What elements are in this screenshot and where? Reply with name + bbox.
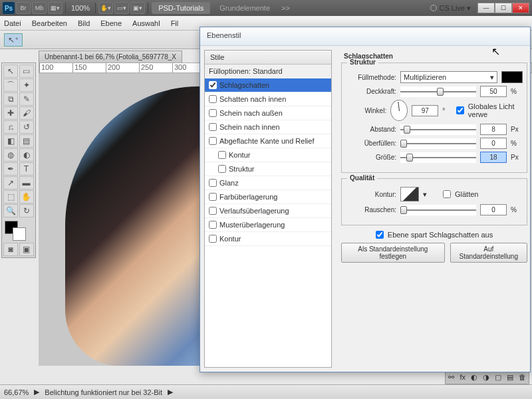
style-checkbox[interactable] — [209, 193, 217, 201]
eraser-tool-icon[interactable]: ◧ — [3, 134, 18, 148]
rotate-tool-icon[interactable]: ↻ — [19, 204, 34, 217]
style-checkbox[interactable] — [209, 235, 217, 243]
blur-tool-icon[interactable]: ◍ — [3, 148, 18, 162]
menu-item[interactable]: Ebene — [100, 19, 122, 27]
knockout-checkbox[interactable] — [376, 231, 384, 239]
blendmode-dropdown[interactable]: Multiplizieren▾ — [400, 71, 497, 83]
background-swatch[interactable] — [13, 227, 26, 241]
shape-tool-icon[interactable]: ▬ — [19, 176, 34, 190]
spread-field[interactable] — [480, 138, 507, 149]
stamp-tool-icon[interactable]: ⎌ — [3, 120, 18, 134]
move-tool-icon[interactable]: ↖ — [3, 65, 18, 78]
spread-slider[interactable] — [400, 138, 476, 149]
style-checkbox[interactable] — [209, 95, 217, 103]
status-zoom[interactable]: 66,67% — [4, 388, 29, 396]
shadow-color-swatch[interactable] — [501, 71, 523, 83]
style-list-item[interactable]: Kontur — [205, 148, 331, 162]
minibridge-icon[interactable]: Mb — [32, 2, 47, 14]
style-list-item[interactable]: Schein nach innen — [205, 120, 331, 134]
lasso-tool-icon[interactable]: ⌒ — [3, 78, 18, 92]
menu-item[interactable]: Fil — [171, 19, 179, 27]
workspace-tab[interactable]: PSD-Tutorials — [152, 2, 210, 14]
menu-item[interactable]: Datei — [4, 19, 21, 27]
style-checkbox[interactable] — [209, 123, 217, 131]
marquee-tool-icon[interactable]: ▭ — [19, 65, 34, 78]
style-list-item[interactable]: Schatten nach innen — [205, 92, 331, 106]
style-list-item[interactable]: Kontur — [205, 232, 331, 246]
style-checkbox[interactable] — [209, 221, 217, 229]
angle-field[interactable] — [412, 105, 438, 116]
style-list-item[interactable]: Verlaufsüberlagerung — [205, 204, 331, 218]
make-default-button[interactable]: Als Standardeinstellung festlegen — [341, 243, 445, 263]
screenmode-icon[interactable]: ▣▾ — [130, 2, 145, 14]
adjustment-icon[interactable]: ◑ — [483, 373, 489, 382]
menu-item[interactable]: Bearbeiten — [32, 19, 67, 27]
wand-tool-icon[interactable]: ✦ — [19, 78, 34, 92]
viewmode-icon[interactable]: ▦▾ — [48, 2, 63, 14]
size-field[interactable] — [480, 152, 507, 163]
eyedropper-tool-icon[interactable]: ✎ — [19, 92, 34, 106]
style-checkbox[interactable] — [209, 81, 217, 89]
noise-slider[interactable] — [400, 205, 476, 215]
hand-tool-icon[interactable]: ✋ — [19, 190, 34, 203]
type-tool-icon[interactable]: T — [19, 162, 34, 176]
history-brush-icon[interactable]: ↺ — [19, 120, 34, 134]
zoom-tool-icon[interactable]: 🔍 — [3, 204, 18, 217]
maximize-button[interactable]: ☐ — [495, 3, 512, 13]
style-checkbox[interactable] — [209, 207, 217, 215]
cs-live[interactable]: CS Live ▾ — [430, 4, 471, 13]
new-layer-icon[interactable]: ▤ — [507, 373, 513, 382]
chevron-down-icon[interactable]: ▾ — [423, 190, 427, 199]
style-list-item[interactable]: Glanz — [205, 176, 331, 190]
style-checkbox[interactable] — [209, 137, 217, 145]
bridge-icon[interactable]: Br — [16, 2, 31, 14]
size-slider[interactable] — [400, 152, 476, 163]
noise-field[interactable] — [480, 204, 507, 215]
move-tool-icon[interactable]: ↖⁺ — [4, 33, 23, 47]
style-list-item[interactable]: Struktur — [205, 162, 331, 176]
style-checkbox[interactable] — [209, 179, 217, 187]
hand-icon[interactable]: ✋▾ — [98, 2, 113, 14]
style-list-header[interactable]: Stile — [205, 51, 331, 65]
zoom-value[interactable]: 100% — [71, 4, 90, 12]
mask-icon[interactable]: ◐ — [471, 373, 477, 382]
status-arrow-icon[interactable]: ▶ — [168, 388, 173, 396]
trash-icon[interactable]: 🗑 — [519, 373, 526, 381]
menu-item[interactable]: Bild — [78, 19, 90, 27]
brush-tool-icon[interactable]: 🖌 — [19, 106, 34, 120]
opacity-slider[interactable] — [400, 86, 476, 97]
pen-tool-icon[interactable]: ✒ — [3, 162, 18, 176]
antialias-checkbox[interactable] — [443, 190, 451, 198]
distance-slider[interactable] — [400, 124, 476, 135]
style-list-item[interactable]: Schlagschatten — [205, 78, 331, 92]
style-checkbox[interactable] — [218, 165, 226, 173]
quickmask-icon[interactable]: ◙ — [3, 243, 18, 256]
angle-dial[interactable] — [390, 100, 408, 121]
dodge-tool-icon[interactable]: ◐ — [19, 148, 34, 162]
reset-default-button[interactable]: Auf Standardeinstellung — [450, 243, 527, 263]
crop-tool-icon[interactable]: ⧉ — [3, 92, 18, 106]
style-checkbox[interactable] — [218, 151, 226, 159]
status-arrow-icon[interactable]: ▶ — [34, 388, 39, 396]
3d-tool-icon[interactable]: ⬚ — [3, 190, 18, 203]
arrange-icon[interactable]: ▭▾ — [114, 2, 129, 14]
distance-field[interactable] — [480, 124, 507, 135]
more-workspaces[interactable]: >> — [281, 4, 290, 12]
menu-item[interactable]: Auswahl — [132, 19, 160, 27]
contour-picker[interactable] — [400, 187, 419, 201]
path-tool-icon[interactable]: ↗ — [3, 176, 18, 190]
document-tab[interactable]: Unbenannt-1 bei 66,7% (Fotolia_5697778_X — [39, 51, 182, 63]
minimize-button[interactable]: — — [477, 3, 495, 13]
link-icon[interactable]: ⚯ — [448, 373, 454, 382]
color-swatches[interactable] — [3, 221, 34, 242]
opacity-field[interactable] — [480, 86, 507, 97]
folder-icon[interactable]: ▢ — [495, 373, 501, 382]
fill-options-item[interactable]: Fülloptionen: Standard — [205, 65, 331, 78]
style-list-item[interactable]: Schein nach außen — [205, 106, 331, 120]
screenmode-tool-icon[interactable]: ▣ — [19, 243, 34, 256]
gradient-tool-icon[interactable]: ▤ — [19, 134, 34, 148]
heal-tool-icon[interactable]: ✚ — [3, 106, 18, 120]
close-button[interactable]: ✕ — [512, 3, 529, 13]
style-list-item[interactable]: Abgeflachte Kante und Relief — [205, 134, 331, 148]
fx-icon[interactable]: fx — [460, 373, 466, 381]
